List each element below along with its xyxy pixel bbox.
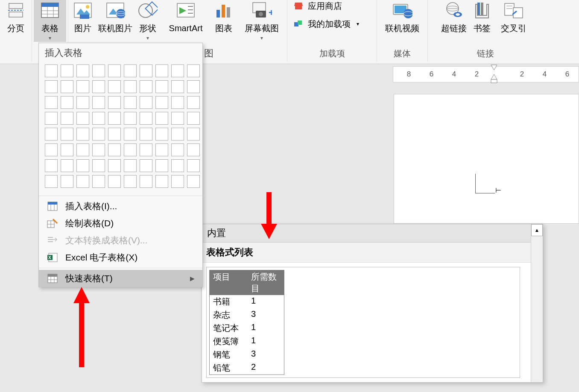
table-grid-cell[interactable] [155,96,168,109]
table-grid-cell[interactable] [187,64,200,77]
table-grid-cell[interactable] [108,80,121,93]
table-grid-cell[interactable] [45,64,58,77]
table-grid-cell[interactable] [45,175,58,188]
horizontal-ruler[interactable]: 8642246 [393,66,579,82]
table-grid-cell[interactable] [92,128,105,140]
document-page[interactable]: ⊢ [394,94,579,224]
table-grid-cell[interactable] [140,128,152,140]
my-addins-button[interactable]: 我的加载项 ▾ [292,18,359,30]
table-grid-cell[interactable] [45,128,58,140]
table-grid-cell[interactable] [171,112,184,125]
table-size-grid[interactable] [39,63,202,194]
table-grid-cell[interactable] [187,96,200,109]
table-grid-cell[interactable] [45,112,58,125]
table-grid-cell[interactable] [45,159,58,172]
table-grid-cell[interactable] [124,64,137,77]
table-grid-cell[interactable] [124,96,137,109]
table-grid-cell[interactable] [124,159,137,172]
table-grid-cell[interactable] [45,80,58,93]
table-grid-cell[interactable] [108,175,121,188]
table-grid-cell[interactable] [76,159,89,172]
table-grid-cell[interactable] [171,159,184,172]
table-grid-cell[interactable] [92,143,105,156]
table-grid-cell[interactable] [108,64,121,77]
chart-button[interactable]: 图表 [211,0,237,34]
menu-draw-table[interactable]: 绘制表格(D) [39,215,202,232]
table-grid-cell[interactable] [140,112,152,125]
table-grid-cell[interactable] [155,112,168,125]
table-grid-cell[interactable] [171,96,184,109]
table-grid-cell[interactable] [140,96,152,109]
table-grid-cell[interactable] [108,96,121,109]
table-grid-cell[interactable] [76,112,89,125]
table-grid-cell[interactable] [171,80,184,93]
table-grid-cell[interactable] [76,143,89,156]
online-picture-button[interactable]: 联机图片 [97,0,133,34]
menu-quick-tables[interactable]: 快速表格(T) ▶ [39,270,202,287]
picture-button[interactable]: 图片 [70,0,96,34]
table-grid-cell[interactable] [171,64,184,77]
table-grid-cell[interactable] [155,159,168,172]
table-grid-cell[interactable] [187,175,200,188]
table-grid-cell[interactable] [108,159,121,172]
hyperlink-button[interactable]: 超链接 [440,0,468,34]
crossref-button[interactable]: 交叉引 [497,0,531,34]
table-grid-cell[interactable] [187,128,200,140]
table-grid-cell[interactable] [187,112,200,125]
smartart-button[interactable]: SmartArt [162,0,209,34]
table-button[interactable]: 表格 ▾ [34,0,66,42]
table-grid-cell[interactable] [45,143,58,156]
table-grid-cell[interactable] [108,112,121,125]
table-grid-cell[interactable] [140,64,152,77]
table-grid-cell[interactable] [124,80,137,93]
screenshot-button[interactable]: + 屏幕截图 ▾ [238,0,285,42]
table-grid-cell[interactable] [61,64,73,77]
online-video-button[interactable]: 联机视频 [379,0,426,34]
flyout-scrollbar[interactable]: ▲ [531,224,543,382]
shapes-button[interactable]: 形状 ▾ [135,0,161,42]
app-store-button[interactable]: 应用商店 [292,0,359,12]
table-grid-cell[interactable] [61,175,73,188]
table-grid-cell[interactable] [61,80,73,93]
table-grid-cell[interactable] [61,112,73,125]
table-grid-cell[interactable] [92,96,105,109]
table-grid-cell[interactable] [76,64,89,77]
table-grid-cell[interactable] [140,143,152,156]
table-grid-cell[interactable] [92,80,105,93]
table-grid-cell[interactable] [76,128,89,140]
menu-insert-table[interactable]: 插入表格(I)... [39,198,202,215]
table-grid-cell[interactable] [61,143,73,156]
table-grid-cell[interactable] [108,128,121,140]
menu-excel-sheet[interactable]: X Excel 电子表格(X) [39,249,202,266]
table-template-preview[interactable]: 项目 所需数目 书籍1杂志3笔记本1便笺簿1钢笔3铅笔2 [206,267,520,378]
table-grid-cell[interactable] [187,159,200,172]
table-grid-cell[interactable] [140,159,152,172]
table-grid-cell[interactable] [61,128,73,140]
table-grid-cell[interactable] [92,64,105,77]
table-grid-cell[interactable] [61,159,73,172]
table-grid-cell[interactable] [171,143,184,156]
table-grid-cell[interactable] [124,143,137,156]
table-grid-cell[interactable] [92,112,105,125]
table-grid-cell[interactable] [61,96,73,109]
bookmark-button[interactable]: 书签 [469,0,495,34]
table-grid-cell[interactable] [155,175,168,188]
table-grid-cell[interactable] [140,80,152,93]
table-grid-cell[interactable] [92,175,105,188]
table-grid-cell[interactable] [45,96,58,109]
table-grid-cell[interactable] [187,80,200,93]
table-grid-cell[interactable] [155,128,168,140]
scroll-up-button[interactable]: ▲ [531,224,543,236]
table-grid-cell[interactable] [108,143,121,156]
table-grid-cell[interactable] [140,175,152,188]
table-grid-cell[interactable] [187,143,200,156]
table-grid-cell[interactable] [92,159,105,172]
table-grid-cell[interactable] [76,175,89,188]
table-grid-cell[interactable] [124,175,137,188]
table-grid-cell[interactable] [124,112,137,125]
table-grid-cell[interactable] [124,128,137,140]
table-grid-cell[interactable] [155,64,168,77]
table-grid-cell[interactable] [155,80,168,93]
table-grid-cell[interactable] [171,128,184,140]
table-grid-cell[interactable] [155,143,168,156]
